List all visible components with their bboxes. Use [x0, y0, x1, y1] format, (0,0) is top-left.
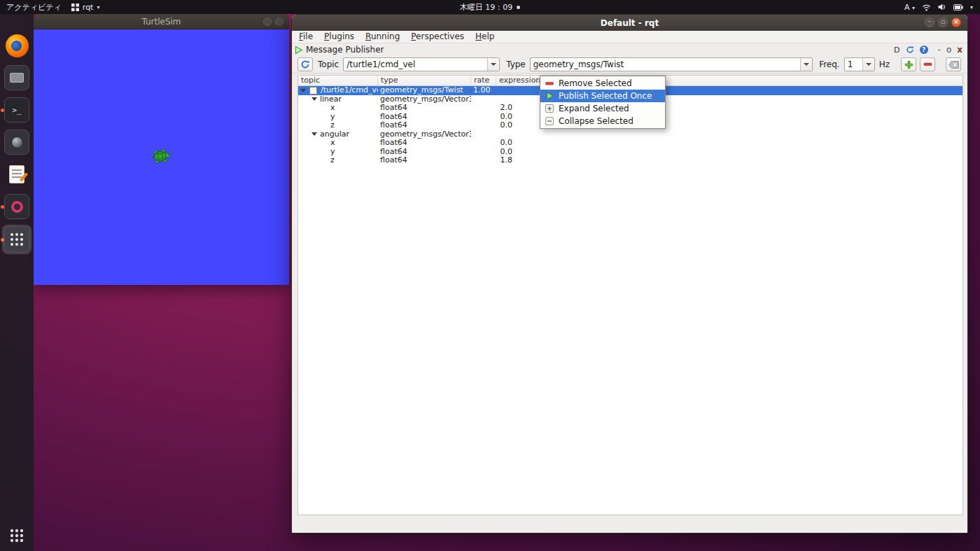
chevron-down-icon [866, 63, 872, 66]
freq-dropdown-button[interactable] [862, 58, 874, 71]
type-cell: geometry_msgs/Vector3 [378, 130, 471, 139]
turtlesim-titlebar[interactable]: TurtleSim [34, 14, 289, 29]
activities-button[interactable]: アクティビティ [6, 2, 62, 13]
clock[interactable]: 木曜日 19：09 [460, 2, 513, 13]
red-minus-icon [923, 62, 932, 67]
expand-arrow-icon[interactable] [312, 97, 317, 101]
type-cell: geometry_msgs/Vector3 [378, 95, 471, 104]
hz-label: Hz [879, 60, 890, 69]
battery-icon[interactable] [953, 4, 963, 11]
play-outline-icon [295, 46, 303, 55]
blue-refresh-icon[interactable] [906, 46, 914, 54]
dots-grid-app-icon [9, 232, 24, 247]
collapse-icon [545, 117, 554, 125]
show-applications-button[interactable] [4, 523, 29, 548]
plugin-minimize-button[interactable]: - [938, 46, 941, 54]
expression-cell[interactable]: 0.0 [496, 121, 514, 130]
gnome-top-bar: アクティビティ rqt ▾ 木曜日 19：09 A ▾ [0, 0, 980, 14]
dock-item-active-app[interactable] [4, 227, 29, 252]
minimize-button[interactable] [263, 18, 272, 26]
media-indicator-icon [517, 6, 520, 9]
rqt-titlebar[interactable]: Default - rqt [292, 15, 967, 31]
volume-icon[interactable] [938, 4, 946, 11]
menu-help[interactable]: Help [470, 31, 500, 43]
topic-cell: y [330, 148, 335, 156]
publisher-toolbar: Topic Type Freq. Hz [292, 56, 967, 74]
topic-input[interactable] [344, 58, 487, 71]
expand-arrow-icon[interactable] [300, 89, 306, 92]
context-item-collapse-selected[interactable]: Collapse Selected [540, 115, 665, 127]
expression-cell[interactable]: 0.0 [496, 139, 514, 147]
close-button[interactable] [951, 18, 961, 27]
dock-item-media-app[interactable] [4, 194, 29, 219]
dock-item-text-editor[interactable] [4, 162, 29, 187]
type-input[interactable] [531, 58, 800, 71]
type-cell: float64 [378, 113, 471, 121]
menu-plugins[interactable]: Plugins [318, 31, 360, 43]
type-cell: float64 [378, 148, 471, 156]
dock-item-terminal[interactable]: >_ [4, 97, 29, 123]
plugin-close-button[interactable]: x [957, 46, 962, 54]
dock-item-screenshot[interactable] [4, 130, 29, 155]
add-publisher-button[interactable] [901, 57, 916, 71]
dock-item-app-window[interactable] [4, 65, 29, 90]
close-button[interactable] [275, 18, 284, 26]
freq-combobox [844, 57, 875, 71]
column-header-rate[interactable]: rate [471, 76, 496, 85]
minimize-button[interactable] [925, 18, 934, 27]
keyboard-layout-indicator[interactable]: A ▾ [904, 3, 915, 12]
media-app-icon [11, 201, 23, 213]
red-minus-icon [545, 82, 554, 85]
context-item-expand-selected[interactable]: Expand Selected [540, 102, 665, 115]
maximize-button[interactable] [938, 18, 948, 27]
app-grid-icon [71, 4, 79, 11]
rqt-window: Default - rqt File Plugins Running Persp… [291, 14, 968, 533]
expression-cell[interactable]: 2.0 [496, 104, 514, 112]
topic-cell: x [330, 139, 335, 147]
question-circle-icon[interactable]: ? [920, 46, 928, 54]
expression-cell[interactable]: 0.0 [496, 113, 514, 121]
freq-input[interactable] [845, 58, 862, 71]
menu-file[interactable]: File [293, 31, 318, 43]
clear-all-button[interactable] [946, 57, 961, 71]
expression-cell[interactable]: 0.0 [496, 148, 514, 156]
remove-publisher-button[interactable] [920, 57, 935, 71]
turtlesim-window-title: TurtleSim [141, 17, 181, 27]
expression-cell[interactable]: 1.8 [496, 156, 514, 165]
green-plus-icon [904, 60, 913, 69]
expand-arrow-icon[interactable] [312, 132, 317, 136]
network-wifi-icon[interactable] [922, 4, 931, 11]
message-publisher-header: Message Publisher D ? - o x [292, 43, 967, 56]
refresh-topics-button[interactable] [298, 57, 313, 71]
app-menu[interactable]: rqt ▾ [71, 3, 100, 12]
turtle-sprite [149, 146, 172, 167]
type-cell: float64 [378, 104, 471, 112]
expand-icon [545, 104, 554, 113]
menu-running[interactable]: Running [360, 31, 405, 43]
table-row[interactable]: z float64 1.8 [298, 156, 962, 165]
table-row[interactable]: x float64 0.0 [298, 139, 962, 148]
topic-dropdown-button[interactable] [487, 58, 499, 71]
type-cell: float64 [378, 121, 471, 130]
topic-combobox [343, 57, 500, 71]
show-applications-icon [8, 527, 25, 544]
plugin-float-button[interactable]: o [946, 46, 951, 54]
publish-enable-checkbox[interactable] [309, 87, 317, 95]
plugin-badge: D [894, 46, 899, 55]
type-dropdown-button[interactable] [800, 58, 812, 71]
context-item-remove-selected[interactable]: Remove Selected [540, 77, 665, 90]
type-cell: float64 [378, 156, 471, 165]
firefox-icon [6, 34, 29, 57]
context-item-publish-selected-once[interactable]: Publish Selected Once [540, 90, 665, 102]
table-row[interactable]: angular geometry_msgs/Vector3 [298, 130, 962, 139]
column-header-type[interactable]: type [378, 76, 471, 85]
column-header-topic[interactable]: topic [298, 76, 378, 85]
green-play-icon [546, 92, 554, 100]
table-row[interactable]: y float64 0.0 [298, 148, 962, 157]
dock-item-firefox[interactable] [4, 33, 29, 58]
topic-cell: angular [320, 130, 349, 139]
type-cell: float64 [378, 139, 471, 147]
system-menu-chevron-icon[interactable]: ▾ [970, 4, 973, 11]
topic-label: Topic [318, 60, 339, 69]
menu-perspectives[interactable]: Perspectives [405, 31, 470, 43]
